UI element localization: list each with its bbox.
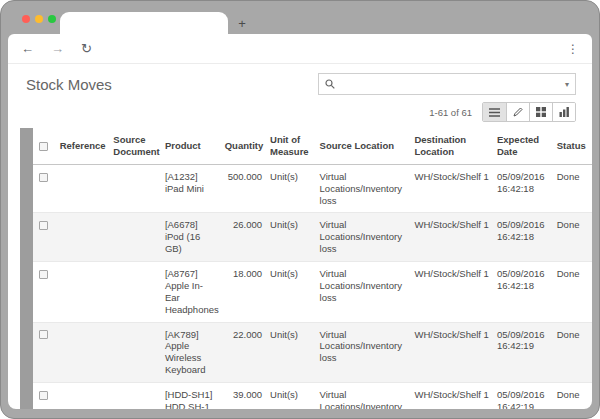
record-pager[interactable]: 1-61 of 61 (429, 107, 472, 118)
cell-status: Done (553, 383, 592, 410)
row-checkbox-cell (33, 322, 56, 383)
back-icon[interactable]: ← (21, 42, 34, 55)
row-checkbox[interactable] (39, 173, 48, 182)
col-header-source-document[interactable]: Source Document (109, 128, 161, 164)
table-area: Reference Source Document Product Quanti… (33, 128, 592, 409)
cell-source-location: Virtual Locations/Inventory loss (316, 164, 411, 213)
cell-source-document (109, 262, 161, 323)
cell-product: [HDD-SH1] HDD SH-1 (161, 383, 221, 410)
select-all-checkbox[interactable] (39, 142, 48, 151)
cell-destination-location: WH/Stock/Shelf 1 (410, 262, 493, 323)
search-input[interactable] (341, 79, 559, 90)
cell-product: [A8767] Apple In-Ear Headphones (161, 262, 221, 323)
cell-uom: Unit(s) (266, 164, 316, 213)
cell-product: [A1232] iPad Mini (161, 164, 221, 213)
cell-uom: Unit(s) (266, 383, 316, 410)
stock-moves-table: Reference Source Document Product Quanti… (33, 128, 592, 409)
close-window-icon[interactable] (22, 15, 30, 23)
cell-source-document (109, 322, 161, 383)
cell-reference (56, 383, 110, 410)
browser-body: ← → ↻ ⋮ Stock Moves ▾ 1-61 of 61 (8, 34, 592, 409)
cell-source-location: Virtual Locations/Inventory loss (316, 322, 411, 383)
row-checkbox-cell (33, 383, 56, 410)
view-list-button[interactable] (483, 103, 506, 121)
cell-destination-location: WH/Stock/Shelf 1 (410, 322, 493, 383)
col-header-source-location[interactable]: Source Location (316, 128, 411, 164)
col-header-product[interactable]: Product (161, 128, 221, 164)
row-checkbox[interactable] (39, 330, 48, 339)
table-row[interactable]: [A6678] iPod (16 GB)26.000Unit(s)Virtual… (33, 213, 592, 262)
bar-chart-icon (559, 107, 570, 117)
new-tab-button[interactable]: + (228, 12, 256, 34)
cell-expected-date: 05/09/2016 16:42:19 (493, 322, 553, 383)
search-box[interactable]: ▾ (318, 73, 576, 95)
left-panel-strip (20, 128, 33, 409)
maximize-window-icon[interactable] (48, 15, 56, 23)
search-dropdown-icon[interactable]: ▾ (565, 80, 569, 89)
table-row[interactable]: [HDD-SH1] HDD SH-139.000Unit(s)Virtual L… (33, 383, 592, 410)
cell-source-document (109, 213, 161, 262)
cell-product: [AK789] Apple Wireless Keyboard (161, 322, 221, 383)
list-view-area: Reference Source Document Product Quanti… (8, 128, 592, 409)
row-checkbox-cell (33, 262, 56, 323)
cell-status: Done (553, 164, 592, 213)
col-header-unit-of-measure[interactable]: Unit of Measure (266, 128, 316, 164)
cell-source-location: Virtual Locations/Inventory loss (316, 213, 411, 262)
view-form-button[interactable] (506, 103, 529, 121)
cell-expected-date: 05/09/2016 16:42:18 (493, 213, 553, 262)
page-title: Stock Moves (26, 76, 112, 93)
cell-source-location: Virtual Locations/Inventory loss (316, 383, 411, 410)
row-checkbox-cell (33, 164, 56, 213)
table-body: [A1232] iPad Mini500.000Unit(s)Virtual L… (33, 164, 592, 409)
search-icon (325, 79, 335, 89)
cell-destination-location: WH/Stock/Shelf 1 (410, 164, 493, 213)
cell-uom: Unit(s) (266, 322, 316, 383)
browser-menu-icon[interactable]: ⋮ (567, 42, 579, 56)
browser-tab[interactable] (60, 12, 228, 34)
grid-icon (536, 107, 546, 117)
pager-row: 1-61 of 61 (8, 100, 592, 128)
view-switcher (482, 102, 576, 122)
col-header-status[interactable]: Status (553, 128, 592, 164)
cell-destination-location: WH/Stock/Shelf 1 (410, 213, 493, 262)
table-row[interactable]: [A1232] iPad Mini500.000Unit(s)Virtual L… (33, 164, 592, 213)
cell-uom: Unit(s) (266, 262, 316, 323)
cell-quantity: 39.000 (221, 383, 266, 410)
stock-moves-page: Stock Moves ▾ 1-61 of 61 (8, 64, 592, 409)
row-checkbox[interactable] (39, 391, 48, 400)
minimize-window-icon[interactable] (35, 15, 43, 23)
cell-uom: Unit(s) (266, 213, 316, 262)
col-header-reference[interactable]: Reference (56, 128, 110, 164)
col-header-quantity[interactable]: Quantity (221, 128, 266, 164)
cell-expected-date: 05/09/2016 16:42:19 (493, 383, 553, 410)
cell-expected-date: 05/09/2016 16:42:18 (493, 262, 553, 323)
forward-icon[interactable]: → (51, 42, 64, 55)
row-checkbox[interactable] (39, 221, 48, 230)
cell-source-location: Virtual Locations/Inventory loss (316, 262, 411, 323)
cell-status: Done (553, 262, 592, 323)
cell-destination-location: WH/Stock/Shelf 1 (410, 383, 493, 410)
row-checkbox[interactable] (39, 270, 48, 279)
cell-expected-date: 05/09/2016 16:42:18 (493, 164, 553, 213)
view-graph-button[interactable] (552, 103, 575, 121)
cell-reference (56, 322, 110, 383)
browser-chrome-top: + (8, 7, 592, 34)
cell-reference (56, 164, 110, 213)
table-header-row: Reference Source Document Product Quanti… (33, 128, 592, 164)
cell-source-document (109, 383, 161, 410)
cell-quantity: 26.000 (221, 213, 266, 262)
view-kanban-button[interactable] (529, 103, 552, 121)
cell-source-document (109, 164, 161, 213)
cell-reference (56, 262, 110, 323)
col-header-destination-location[interactable]: Destination Location (410, 128, 493, 164)
cell-reference (56, 213, 110, 262)
col-header-expected-date[interactable]: Expected Date (493, 128, 553, 164)
table-row[interactable]: [A8767] Apple In-Ear Headphones18.000Uni… (33, 262, 592, 323)
cell-quantity: 500.000 (221, 164, 266, 213)
browser-navbar: ← → ↻ ⋮ (8, 34, 592, 64)
table-row[interactable]: [AK789] Apple Wireless Keyboard22.000Uni… (33, 322, 592, 383)
cell-status: Done (553, 213, 592, 262)
control-panel: Stock Moves ▾ (8, 64, 592, 100)
list-icon (489, 108, 500, 117)
refresh-icon[interactable]: ↻ (81, 42, 92, 55)
